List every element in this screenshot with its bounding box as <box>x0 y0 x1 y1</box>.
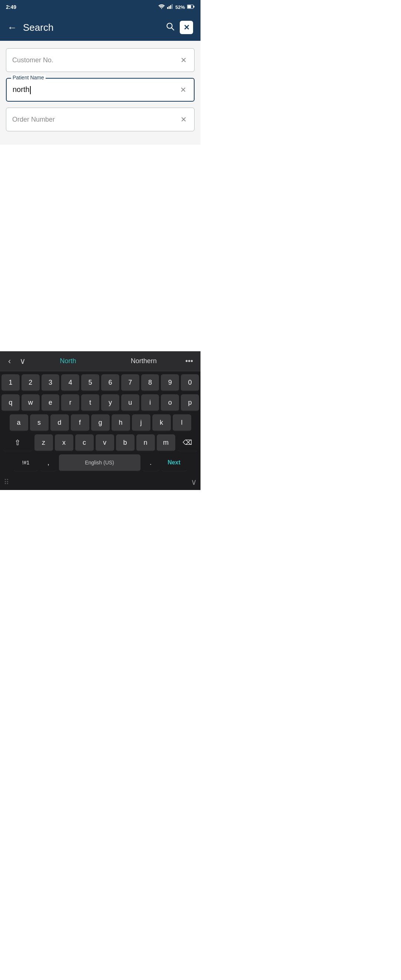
key-7[interactable]: 7 <box>121 374 139 391</box>
asdf-row: a s d f g h j k l <box>2 414 199 431</box>
patient-name-clear[interactable]: ✕ <box>179 84 188 96</box>
key-e[interactable]: e <box>41 394 60 411</box>
number-row: 1 2 3 4 5 6 7 8 9 0 <box>2 374 199 391</box>
key-2[interactable]: 2 <box>22 374 40 391</box>
patient-name-label: Patient Name <box>11 75 46 81</box>
order-number-placeholder: Order Number <box>12 116 179 124</box>
pred-word-northern[interactable]: Northern <box>106 357 182 365</box>
key-h[interactable]: h <box>111 414 130 431</box>
key-p[interactable]: p <box>181 394 199 411</box>
content-area <box>0 145 201 290</box>
key-b[interactable]: b <box>116 434 135 452</box>
key-i[interactable]: i <box>141 394 159 411</box>
pred-prev[interactable]: ‹ <box>4 356 15 366</box>
app-header: ← Search ✕ <box>0 14 201 41</box>
key-9[interactable]: 9 <box>161 374 179 391</box>
key-y[interactable]: y <box>101 394 119 411</box>
key-z[interactable]: z <box>35 434 53 452</box>
customer-no-placeholder: Customer No. <box>12 56 179 64</box>
svg-rect-1 <box>167 7 168 9</box>
status-bar: 2:49 52% <box>0 0 201 14</box>
key-j[interactable]: j <box>132 414 151 431</box>
order-number-field[interactable]: Order Number ✕ <box>6 108 195 131</box>
key-r[interactable]: r <box>61 394 79 411</box>
key-v[interactable]: v <box>96 434 114 452</box>
battery-text: 52% <box>175 5 185 10</box>
pred-chevron[interactable]: ∨ <box>15 356 30 366</box>
qwerty-row: q w e r t y u i o p <box>2 394 199 411</box>
keyboard-rows: 1 2 3 4 5 6 7 8 9 0 q w e r t y u i o p … <box>0 371 201 476</box>
status-icons: 52% <box>158 4 195 10</box>
form-area: Customer No. ✕ Patient Name north ✕ Orde… <box>0 41 201 145</box>
keyboard: ‹ ∨ North Northern ••• 1 2 3 4 5 6 7 8 9… <box>0 351 201 490</box>
header-left: ← Search <box>8 22 53 33</box>
shift-key[interactable]: ⇧ <box>3 434 33 452</box>
key-x[interactable]: x <box>55 434 73 452</box>
key-q[interactable]: q <box>2 394 20 411</box>
key-u[interactable]: u <box>121 394 139 411</box>
status-time: 2:49 <box>6 4 16 10</box>
keyboard-dismiss-icon[interactable]: ∨ <box>191 477 197 487</box>
key-f[interactable]: f <box>71 414 89 431</box>
svg-rect-3 <box>170 5 171 9</box>
svg-rect-4 <box>171 4 173 9</box>
space-key[interactable]: English (US) <box>59 454 141 471</box>
patient-name-value[interactable]: north <box>13 85 179 94</box>
signal-icon <box>167 4 173 10</box>
key-m[interactable]: m <box>157 434 175 452</box>
close-button[interactable]: ✕ <box>180 21 193 34</box>
key-t[interactable]: t <box>81 394 99 411</box>
customer-no-clear[interactable]: ✕ <box>179 54 188 66</box>
zxcv-row: ⇧ z x c v b n m ⌫ <box>2 434 199 452</box>
symbols-key[interactable]: !#1 <box>14 454 38 471</box>
key-o[interactable]: o <box>161 394 179 411</box>
key-5[interactable]: 5 <box>81 374 99 391</box>
patient-name-field[interactable]: Patient Name north ✕ <box>6 78 195 102</box>
key-a[interactable]: a <box>10 414 28 431</box>
key-s[interactable]: s <box>30 414 49 431</box>
key-8[interactable]: 8 <box>141 374 159 391</box>
header-right: ✕ <box>166 21 193 34</box>
bottom-row: !#1 , English (US) . Next <box>2 454 199 471</box>
key-6[interactable]: 6 <box>101 374 119 391</box>
key-n[interactable]: n <box>136 434 155 452</box>
customer-no-field[interactable]: Customer No. ✕ <box>6 48 195 72</box>
svg-point-0 <box>161 8 162 9</box>
svg-rect-6 <box>193 6 195 8</box>
svg-rect-7 <box>188 5 191 8</box>
battery-icon <box>187 5 195 10</box>
close-icon: ✕ <box>184 23 190 32</box>
page-title: Search <box>23 22 53 33</box>
svg-rect-2 <box>169 6 170 9</box>
period-key[interactable]: . <box>142 454 159 471</box>
back-button[interactable]: ← <box>8 22 17 32</box>
keyboard-dots-icon: ⠿ <box>4 478 9 487</box>
key-4[interactable]: 4 <box>61 374 79 391</box>
key-k[interactable]: k <box>152 414 171 431</box>
key-g[interactable]: g <box>91 414 110 431</box>
key-0[interactable]: 0 <box>181 374 199 391</box>
key-1[interactable]: 1 <box>2 374 20 391</box>
key-d[interactable]: d <box>51 414 69 431</box>
svg-line-9 <box>171 28 174 30</box>
pred-more[interactable]: ••• <box>182 357 197 365</box>
order-number-clear[interactable]: ✕ <box>179 113 188 126</box>
wifi-icon <box>158 4 165 10</box>
key-3[interactable]: 3 <box>41 374 60 391</box>
key-c[interactable]: c <box>75 434 94 452</box>
comma-key[interactable]: , <box>40 454 57 471</box>
bottom-bar: ⠿ ∨ <box>0 476 201 490</box>
key-l[interactable]: l <box>173 414 191 431</box>
backspace-key[interactable]: ⌫ <box>177 434 198 452</box>
predictive-bar: ‹ ∨ North Northern ••• <box>0 351 201 371</box>
key-w[interactable]: w <box>22 394 40 411</box>
search-icon[interactable] <box>166 22 174 33</box>
next-key[interactable]: Next <box>161 454 187 471</box>
pred-word-north[interactable]: North <box>30 357 106 365</box>
